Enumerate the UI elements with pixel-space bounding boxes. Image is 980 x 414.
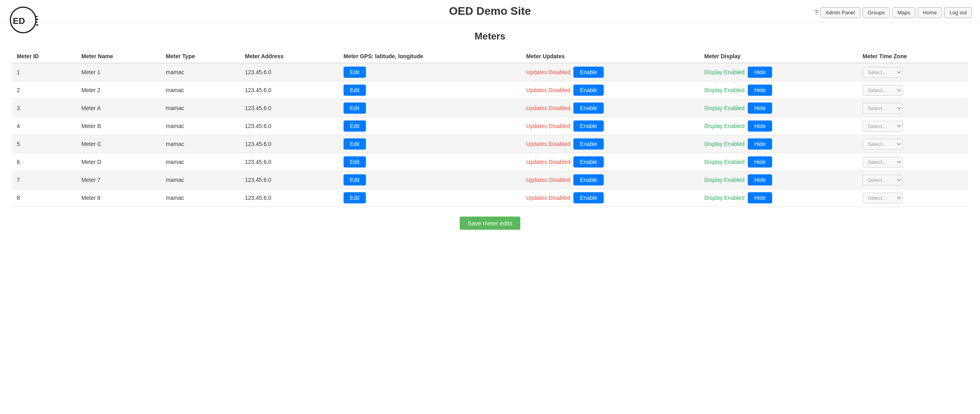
cell-name: Meter C [77,135,161,153]
hide-button[interactable]: Hide [748,156,772,168]
page-title: Meters [12,31,968,42]
timezone-select[interactable]: Select... [863,139,903,150]
enable-button[interactable]: Enable [573,120,604,132]
edit-button[interactable]: Edit [344,156,366,168]
enable-button[interactable]: Enable [573,174,604,185]
cell-timezone: Select... [858,153,968,171]
cell-display: Display Enabled Hide [699,189,858,207]
cell-type: mamac [161,63,240,81]
enable-button[interactable]: Enable [573,138,604,150]
updates-status: Updates Disabled [526,159,571,165]
cell-display: Display Enabled Hide [699,99,858,117]
hide-button[interactable]: Hide [748,67,772,78]
cell-gps: Edit [339,117,522,135]
admin-panel-button[interactable]: Admin Panel [820,7,860,18]
cell-name: Meter 7 [77,171,161,189]
cell-name: Meter 1 [77,63,161,81]
cell-name: Meter 8 [77,189,161,207]
cell-address: 123.45.6.0 [240,171,339,189]
timezone-select[interactable]: Select... [863,193,903,203]
cell-timezone: Select... [858,81,968,99]
timezone-select[interactable]: Select... [863,175,903,185]
nav-bar: ? Admin Panel Groups Maps Home Log out [814,7,972,18]
cell-id: 4 [12,117,77,135]
display-status: Display Enabled [704,195,745,201]
updates-status: Updates Disabled [526,195,571,201]
col-header-display: Meter Display [699,50,858,63]
cell-name: Meter D [77,153,161,171]
maps-button[interactable]: Maps [892,7,915,18]
meters-table: Meter ID Meter Name Meter Type Meter Add… [12,50,968,207]
col-header-id: Meter ID [12,50,77,63]
cell-id: 5 [12,135,77,153]
cell-gps: Edit [339,81,522,99]
edit-button[interactable]: Edit [344,120,366,132]
enable-button[interactable]: Enable [573,103,604,114]
table-row: 1 Meter 1 mamac 123.45.6.0 Edit Updates … [12,63,968,81]
edit-button[interactable]: Edit [344,174,366,185]
enable-button[interactable]: Enable [573,156,604,168]
cell-address: 123.45.6.0 [240,117,339,135]
home-button[interactable]: Home [918,7,942,18]
cell-type: mamac [161,189,240,207]
table-row: 5 Meter C mamac 123.45.6.0 Edit Updates … [12,135,968,153]
help-icon[interactable]: ? [814,9,818,16]
cell-address: 123.45.6.0 [240,63,339,81]
edit-button[interactable]: Edit [344,138,366,150]
col-header-name: Meter Name [77,50,161,63]
cell-id: 2 [12,81,77,99]
cell-display: Display Enabled Hide [699,81,858,99]
hide-button[interactable]: Hide [748,174,772,185]
cell-updates: Updates Disabled Enable [522,117,699,135]
cell-gps: Edit [339,171,522,189]
cell-address: 123.45.6.0 [240,135,339,153]
col-header-timezone: Meter Time Zone [858,50,968,63]
timezone-select[interactable]: Select... [863,121,903,132]
display-status: Display Enabled [704,159,745,165]
display-status: Display Enabled [704,105,745,111]
cell-name: Meter B [77,117,161,135]
edit-button[interactable]: Edit [344,192,366,203]
save-container: Save meter edits [12,217,968,230]
hide-button[interactable]: Hide [748,120,772,132]
updates-status: Updates Disabled [526,123,571,129]
cell-type: mamac [161,99,240,117]
col-header-updates: Meter Updates [522,50,699,63]
cell-display: Display Enabled Hide [699,135,858,153]
table-row: 8 Meter 8 mamac 123.45.6.0 Edit Updates … [12,189,968,207]
updates-status: Updates Disabled [526,87,571,93]
enable-button[interactable]: Enable [573,192,604,203]
timezone-select[interactable]: Select... [863,103,903,114]
cell-name: Meter 2 [77,81,161,99]
hide-button[interactable]: Hide [748,85,772,96]
timezone-select[interactable]: Select... [863,67,903,78]
table-row: 7 Meter 7 mamac 123.45.6.0 Edit Updates … [12,171,968,189]
cell-id: 8 [12,189,77,207]
cell-id: 6 [12,153,77,171]
cell-id: 3 [12,99,77,117]
groups-button[interactable]: Groups [863,7,890,18]
edit-button[interactable]: Edit [344,85,366,96]
hide-button[interactable]: Hide [748,103,772,114]
enable-button[interactable]: Enable [573,67,604,78]
edit-button[interactable]: Edit [344,67,366,78]
enable-button[interactable]: Enable [573,85,604,96]
timezone-select[interactable]: Select... [863,157,903,168]
save-meter-edits-button[interactable]: Save meter edits [460,217,521,230]
cell-updates: Updates Disabled Enable [522,63,699,81]
hide-button[interactable]: Hide [748,192,772,203]
display-status: Display Enabled [704,177,745,183]
cell-gps: Edit [339,99,522,117]
col-header-type: Meter Type [161,50,240,63]
site-title: OED Demo Site [449,5,531,18]
edit-button[interactable]: Edit [344,103,366,114]
cell-timezone: Select... [858,171,968,189]
logout-button[interactable]: Log out [944,7,972,18]
timezone-select[interactable]: Select... [863,85,903,96]
svg-rect-4 [36,22,38,23]
svg-text:ED: ED [13,16,25,26]
cell-gps: Edit [339,153,522,171]
updates-status: Updates Disabled [526,141,571,147]
header: ED OED Demo Site ? Admin Panel Groups Ma… [0,0,980,23]
hide-button[interactable]: Hide [748,138,772,150]
